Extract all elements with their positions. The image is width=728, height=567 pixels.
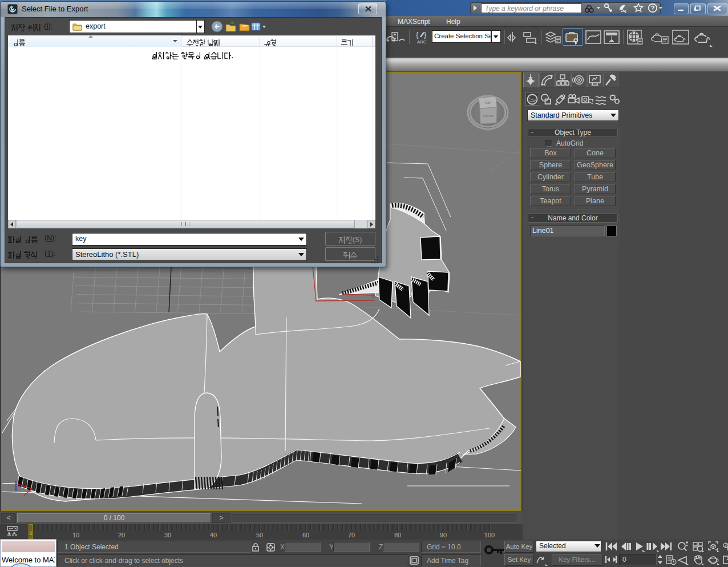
- svg-text:TOP: TOP: [484, 101, 491, 104]
- svg-text:}: }: [424, 30, 427, 39]
- svg-text:ABC: ABC: [417, 39, 427, 45]
- svg-text:{: {: [416, 30, 419, 39]
- svg-text:?: ?: [651, 5, 655, 11]
- svg-text:FRONT: FRONT: [483, 114, 495, 118]
